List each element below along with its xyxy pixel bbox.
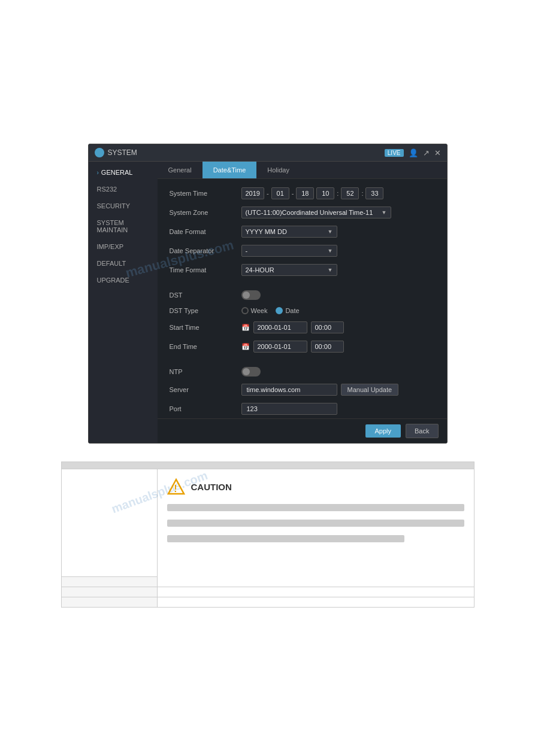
port-label: Port bbox=[170, 405, 241, 412]
chevron-down-icon4: ▼ bbox=[328, 267, 333, 273]
dst-type-radio-group: Week Date bbox=[241, 307, 300, 314]
close-icon[interactable]: ✕ bbox=[434, 148, 441, 157]
start-time-input[interactable]: 00:00 bbox=[311, 321, 344, 333]
tab-general[interactable]: General bbox=[158, 162, 202, 178]
system-ui: SYSTEM LIVE 👤 ↗ ✕ › GENERAL RS232 bbox=[88, 144, 448, 444]
sidebar-label-rs232: RS232 bbox=[97, 186, 117, 193]
table-right-col: ! CAUTION bbox=[158, 469, 474, 577]
start-time-label: Start Time bbox=[170, 324, 241, 331]
caution-title-row: ! CAUTION bbox=[167, 478, 464, 496]
sidebar-item-general[interactable]: › GENERAL bbox=[89, 164, 158, 181]
dst-label: DST bbox=[170, 292, 241, 299]
main-content: General Date&Time Holiday System Time 20… bbox=[158, 162, 447, 443]
dst-toggle[interactable] bbox=[241, 290, 261, 300]
sidebar: › GENERAL RS232 SECURITY SYSTEM MAINTAIN… bbox=[89, 162, 158, 443]
second-segment[interactable]: 33 bbox=[365, 187, 383, 199]
colon2: : bbox=[361, 190, 363, 197]
dst-type-label: DST Type bbox=[170, 307, 241, 314]
week-label: Week bbox=[251, 307, 268, 314]
ntp-row: NTP bbox=[170, 367, 435, 377]
title-bar: SYSTEM LIVE 👤 ↗ ✕ bbox=[89, 144, 447, 162]
system-time-value: 2019 - 01 - 18 10 : 52 : 33 bbox=[241, 187, 384, 199]
chevron-down-icon2: ▼ bbox=[328, 229, 333, 235]
sidebar-arrow-icon: › bbox=[97, 169, 99, 176]
simple-row-3 bbox=[62, 597, 474, 607]
dst-row: DST bbox=[170, 290, 435, 300]
sidebar-label-upgrade: UPGRADE bbox=[97, 277, 129, 284]
server-input[interactable]: time.windows.com bbox=[241, 384, 337, 396]
server-label: Server bbox=[170, 386, 241, 393]
user-icon[interactable]: 👤 bbox=[409, 148, 418, 157]
back-button[interactable]: Back bbox=[406, 424, 438, 438]
end-time-label: End Time bbox=[170, 343, 241, 350]
table-header bbox=[62, 462, 474, 469]
sep2: - bbox=[292, 190, 294, 197]
dst-week-radio[interactable]: Week bbox=[241, 307, 268, 314]
date-format-row: Date Format YYYY MM DD ▼ bbox=[170, 226, 435, 238]
minute-segment[interactable]: 52 bbox=[341, 187, 359, 199]
simple-cell-left-3 bbox=[62, 597, 158, 607]
simple-cell-right-3 bbox=[158, 597, 474, 607]
simple-cell-left-2 bbox=[62, 587, 158, 597]
simple-row-2 bbox=[62, 587, 474, 597]
hour-segment[interactable]: 10 bbox=[316, 187, 334, 199]
title-bar-right: LIVE 👤 ↗ ✕ bbox=[385, 148, 441, 157]
year-segment[interactable]: 2019 bbox=[241, 187, 264, 199]
table-cell-left-1 bbox=[62, 469, 157, 577]
sidebar-item-default[interactable]: DEFAULT bbox=[89, 255, 158, 272]
time-format-select[interactable]: 24-HOUR ▼ bbox=[241, 264, 337, 276]
colon1: : bbox=[337, 190, 338, 197]
export-icon[interactable]: ↗ bbox=[423, 148, 430, 157]
sidebar-item-system-maintain[interactable]: SYSTEM MAINTAIN bbox=[89, 214, 158, 238]
caution-line-1 bbox=[167, 504, 464, 511]
tab-bar: General Date&Time Holiday bbox=[158, 162, 447, 179]
start-time-row: Start Time 📅 2000-01-01 00:00 bbox=[170, 321, 435, 333]
caution-line-3 bbox=[167, 535, 405, 542]
system-zone-row: System Zone (UTC-11:00)Coordinated Unive… bbox=[170, 207, 435, 218]
end-date-input[interactable]: 2000-01-01 bbox=[253, 341, 307, 353]
table-wrapper: manualsplus.com ! bbox=[61, 462, 474, 608]
simple-cell-right-1 bbox=[158, 577, 474, 587]
end-time-row: End Time 📅 2000-01-01 00:00 bbox=[170, 341, 435, 353]
tab-holiday[interactable]: Holiday bbox=[256, 162, 300, 178]
sidebar-item-imp-exp[interactable]: IMP/EXP bbox=[89, 238, 158, 255]
caution-box: ! CAUTION bbox=[167, 478, 464, 546]
end-time-field: 📅 2000-01-01 00:00 bbox=[241, 341, 344, 353]
content-area: › GENERAL RS232 SECURITY SYSTEM MAINTAIN… bbox=[89, 162, 447, 443]
apply-button[interactable]: Apply bbox=[365, 424, 401, 438]
info-table: ! CAUTION bbox=[61, 462, 474, 608]
month-segment[interactable]: 01 bbox=[271, 187, 289, 199]
table-body: ! CAUTION bbox=[62, 469, 474, 577]
sidebar-item-upgrade[interactable]: UPGRADE bbox=[89, 272, 158, 289]
end-time-input[interactable]: 00:00 bbox=[311, 341, 344, 353]
sidebar-item-security[interactable]: SECURITY bbox=[89, 198, 158, 214]
table-left-col bbox=[62, 469, 158, 577]
sidebar-label-system-maintain: SYSTEM MAINTAIN bbox=[97, 219, 149, 233]
ntp-toggle[interactable] bbox=[241, 367, 261, 377]
time-format-value: 24-HOUR bbox=[246, 266, 274, 274]
gear-icon bbox=[95, 148, 104, 157]
sep1: - bbox=[267, 190, 269, 197]
date-separator-row: Date Separator - ▼ bbox=[170, 245, 435, 257]
dst-date-radio[interactable]: Date bbox=[276, 307, 299, 314]
chevron-down-icon: ▼ bbox=[382, 210, 387, 215]
bottom-bar: Apply Back bbox=[158, 418, 447, 443]
manual-update-button[interactable]: Manual Update bbox=[341, 384, 399, 396]
date-format-select[interactable]: YYYY MM DD ▼ bbox=[241, 226, 337, 238]
date-format-label: Date Format bbox=[170, 228, 241, 235]
caution-title-text: CAUTION bbox=[191, 482, 232, 492]
date-format-value: YYYY MM DD bbox=[246, 228, 287, 235]
system-zone-select[interactable]: (UTC-11:00)Coordinated Universal Time-11… bbox=[241, 207, 391, 218]
date-separator-value: - bbox=[246, 247, 248, 254]
start-time-field: 📅 2000-01-01 00:00 bbox=[241, 321, 344, 333]
simple-row-1 bbox=[62, 577, 474, 587]
sidebar-label-default: DEFAULT bbox=[97, 260, 126, 267]
date-separator-select[interactable]: - ▼ bbox=[241, 245, 337, 257]
day-segment[interactable]: 18 bbox=[296, 187, 314, 199]
start-date-input[interactable]: 2000-01-01 bbox=[253, 321, 307, 333]
simple-cell-left-1 bbox=[62, 577, 158, 587]
tab-datetime[interactable]: Date&Time bbox=[202, 162, 257, 178]
system-zone-value: (UTC-11:00)Coordinated Universal Time-11 bbox=[246, 209, 373, 216]
sidebar-item-rs232[interactable]: RS232 bbox=[89, 181, 158, 198]
port-input[interactable]: 123 bbox=[241, 403, 337, 415]
